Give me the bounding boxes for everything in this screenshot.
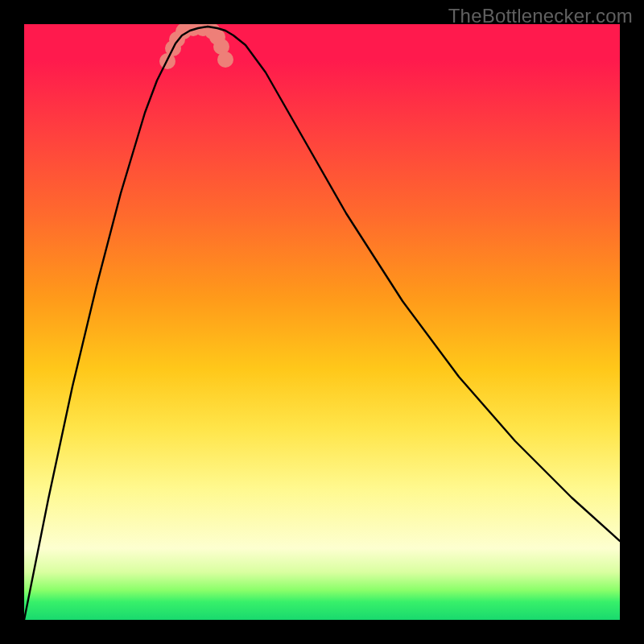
plot-area [24,24,620,620]
curve-marker [217,52,233,68]
chart-frame: TheBottlenecker.com [0,0,644,644]
bottleneck-curve [24,27,620,620]
watermark-text: TheBottlenecker.com [448,5,633,27]
curve-layer [24,24,620,620]
marker-group [159,24,233,69]
